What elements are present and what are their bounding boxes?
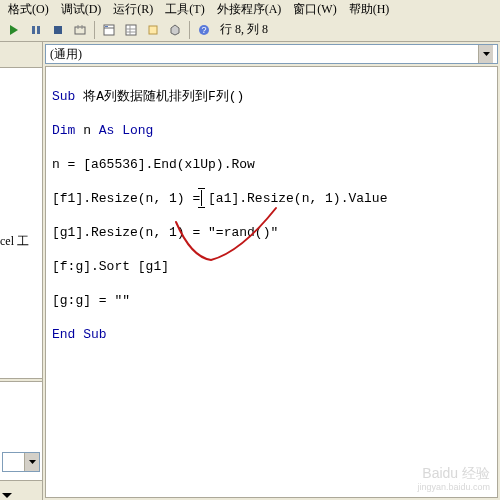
cursor-position: 行 8, 列 8 <box>220 21 268 38</box>
separator <box>94 21 95 39</box>
object-browser-button[interactable] <box>143 20 163 40</box>
menu-run[interactable]: 运行(R) <box>113 1 153 18</box>
code-editor[interactable]: Sub 将A列数据随机排列到F列() Dim n As Long n = [a6… <box>45 66 498 498</box>
properties-button[interactable] <box>121 20 141 40</box>
design-mode-button[interactable] <box>70 20 90 40</box>
project-panel: cel 工 <box>0 42 43 500</box>
menu-format[interactable]: 格式(O) <box>8 1 49 18</box>
svg-rect-3 <box>54 26 62 34</box>
menu-addins[interactable]: 外接程序(A) <box>217 1 282 18</box>
svg-rect-10 <box>126 25 136 35</box>
toolbox-button[interactable] <box>165 20 185 40</box>
svg-marker-17 <box>29 460 36 464</box>
project-explorer-button[interactable] <box>99 20 119 40</box>
toolbar: ? 行 8, 列 8 <box>0 18 500 42</box>
panel-footer <box>0 480 42 500</box>
svg-rect-9 <box>105 26 108 27</box>
menu-bar: 格式(O) 调试(D) 运行(R) 工具(T) 外接程序(A) 窗口(W) 帮助… <box>0 0 500 18</box>
project-item-excel[interactable]: cel 工 <box>0 233 29 250</box>
panel-splitter[interactable] <box>0 378 42 382</box>
svg-rect-2 <box>37 26 40 34</box>
stop-button[interactable] <box>48 20 68 40</box>
menu-help[interactable]: 帮助(H) <box>349 1 390 18</box>
chevron-down-icon <box>478 45 493 63</box>
panel-header <box>0 42 42 68</box>
separator <box>189 21 190 39</box>
text-cursor-icon <box>201 190 202 206</box>
menu-debug[interactable]: 调试(D) <box>61 1 102 18</box>
triangle-icon <box>2 493 12 498</box>
chevron-down-icon <box>24 453 39 471</box>
object-dropdown[interactable]: (通用) <box>45 44 498 64</box>
run-button[interactable] <box>4 20 24 40</box>
svg-text:?: ? <box>201 25 206 35</box>
dropdown-label: (通用) <box>50 46 82 63</box>
svg-rect-1 <box>32 26 35 34</box>
svg-rect-4 <box>75 27 85 34</box>
menu-window[interactable]: 窗口(W) <box>293 1 336 18</box>
help-button[interactable]: ? <box>194 20 214 40</box>
pause-button[interactable] <box>26 20 46 40</box>
svg-marker-18 <box>483 52 490 56</box>
svg-marker-0 <box>10 25 18 35</box>
svg-rect-14 <box>149 26 157 34</box>
menu-tools[interactable]: 工具(T) <box>165 1 204 18</box>
properties-dropdown[interactable] <box>2 452 40 472</box>
